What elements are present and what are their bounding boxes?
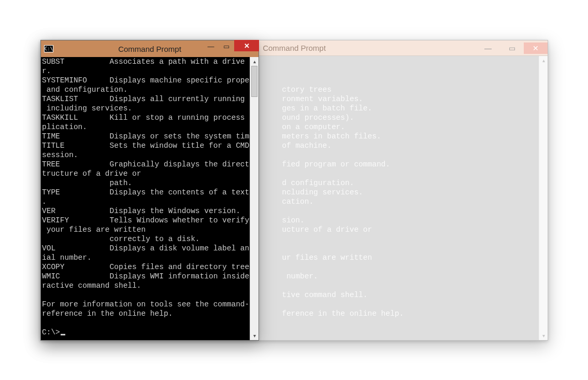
titlebar-active[interactable]: C:\ Command Prompt — ▭ ✕ (41, 40, 259, 57)
scrollbar-active[interactable]: ▴ ▾ (250, 57, 259, 340)
console-output-active[interactable]: SUBST Associates a path with a drive let… (41, 57, 250, 340)
close-icon: ✕ (244, 42, 250, 50)
window-controls-inactive: — ▭ ✕ (476, 43, 548, 54)
client-area-active: SUBST Associates a path with a drive let… (41, 57, 259, 340)
minimize-button[interactable]: — (203, 40, 219, 52)
scroll-thumb[interactable] (251, 66, 257, 97)
scroll-up-icon[interactable]: ▴ (539, 56, 548, 65)
minimize-icon: — (484, 44, 492, 52)
scroll-track[interactable] (250, 66, 259, 331)
maximize-icon: ▭ (509, 44, 515, 52)
close-icon: ✕ (533, 44, 539, 52)
minimize-button[interactable]: — (476, 43, 500, 54)
app-icon[interactable]: C:\ (44, 45, 53, 52)
minimize-icon: — (208, 43, 214, 50)
app-icon-text: C:\ (45, 46, 53, 51)
scrollbar-inactive[interactable]: ▴ ▾ (539, 56, 548, 340)
scroll-up-icon[interactable]: ▴ (250, 57, 259, 66)
close-button[interactable]: ✕ (234, 40, 259, 51)
maximize-button[interactable]: ▭ (219, 40, 234, 52)
scroll-down-icon[interactable]: ▾ (539, 331, 548, 340)
close-button[interactable]: ✕ (524, 43, 548, 54)
scroll-down-icon[interactable]: ▾ (250, 331, 259, 340)
maximize-icon: ▭ (223, 43, 230, 50)
window-controls-active: — ▭ ✕ (203, 40, 259, 57)
cmd-window-active: C:\ Command Prompt — ▭ ✕ SUBST Associate… (40, 40, 259, 341)
console-text: SUBST Associates a path with a drive let… (42, 58, 250, 336)
maximize-button[interactable]: ▭ (500, 43, 524, 54)
cursor-icon (61, 334, 65, 335)
